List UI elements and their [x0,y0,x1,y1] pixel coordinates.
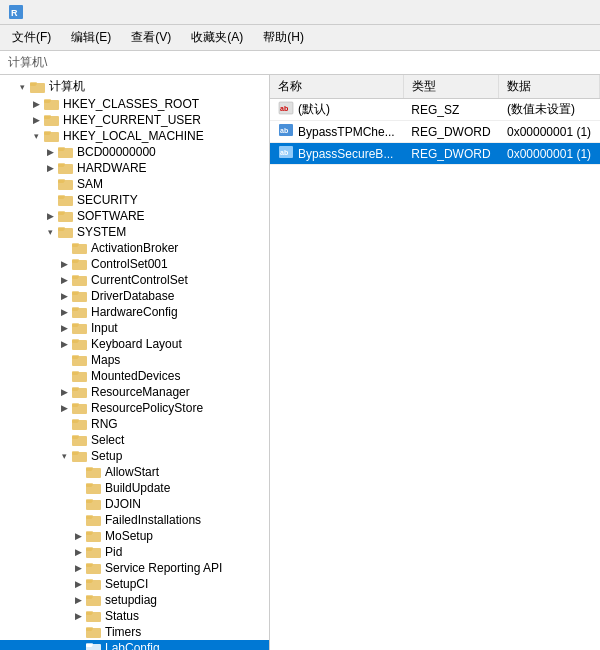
tree-node-pid[interactable]: ▶ Pid [0,544,269,560]
tree-node-setupci[interactable]: ▶ SetupCI [0,576,269,592]
tree-node-bcd[interactable]: ▶ BCD00000000 [0,144,269,160]
tree-node-allowstart[interactable]: AllowStart [0,464,269,480]
tree-label-sam: SAM [77,177,103,191]
reg-icon: ab [278,123,294,140]
folder-icon-buildupdate [86,481,102,495]
expander-resourcemanager[interactable]: ▶ [56,387,72,397]
tree-node-setup[interactable]: ▾ Setup [0,448,269,464]
tree-label-setup: Setup [91,449,122,463]
menu-item-帮助h[interactable]: 帮助(H) [259,27,308,48]
tree-node-hardwareconfig[interactable]: ▶ HardwareConfig [0,304,269,320]
tree-node-local-machine[interactable]: ▾ HKEY_LOCAL_MACHINE [0,128,269,144]
svg-rect-73 [72,451,79,454]
expander-computer[interactable]: ▾ [14,82,30,92]
tree-node-maps[interactable]: Maps [0,352,269,368]
tree-node-resourcepolicystore[interactable]: ▶ ResourcePolicyStore [0,400,269,416]
svg-rect-34 [72,243,79,246]
tree-node-driverdatabase[interactable]: ▶ DriverDatabase [0,288,269,304]
expander-resourcepolicystore[interactable]: ▶ [56,403,72,413]
svg-rect-13 [44,131,51,134]
tree-label-allowstart: AllowStart [105,465,159,479]
tree-node-system[interactable]: ▾ SYSTEM [0,224,269,240]
tree-label-classes-root: HKEY_CLASSES_ROOT [63,97,199,111]
folder-icon-timers [86,625,102,639]
expander-software[interactable]: ▶ [42,211,58,221]
folder-icon-bcd [58,145,74,159]
tree-node-select[interactable]: Select [0,432,269,448]
table-row[interactable]: ab BypassSecureB...REG_DWORD0x00000001 (… [270,143,600,165]
tree-node-rng[interactable]: RNG [0,416,269,432]
tree-node-currentcontrolset[interactable]: ▶ CurrentControlSet [0,272,269,288]
tree-node-service-reporting[interactable]: ▶ Service Reporting API [0,560,269,576]
tree-node-software[interactable]: ▶ SOFTWARE [0,208,269,224]
expander-setupdiag[interactable]: ▶ [70,595,86,605]
tree-node-sam[interactable]: SAM [0,176,269,192]
expander-driverdatabase[interactable]: ▶ [56,291,72,301]
table-row[interactable]: ab BypassTPMChe...REG_DWORD0x00000001 (1… [270,121,600,143]
tree-node-setupdiag[interactable]: ▶ setupdiag [0,592,269,608]
folder-icon-currentcontrolset [72,273,88,287]
svg-rect-64 [72,403,79,406]
tree-node-mosetup[interactable]: ▶ MoSetup [0,528,269,544]
tree-node-classes-root[interactable]: ▶ HKEY_CLASSES_ROOT [0,96,269,112]
svg-rect-82 [86,499,93,502]
expander-local-machine[interactable]: ▾ [28,131,44,141]
row-name-text-1: BypassTPMChe... [298,125,395,139]
menu-item-查看v[interactable]: 查看(V) [127,27,175,48]
tree-node-controlset001[interactable]: ▶ ControlSet001 [0,256,269,272]
tree-node-computer[interactable]: ▾ 计算机 [0,77,269,96]
tree-node-djoin[interactable]: DJOIN [0,496,269,512]
expander-mosetup[interactable]: ▶ [70,531,86,541]
folder-icon-security [58,193,74,207]
tree-node-status[interactable]: ▶ Status [0,608,269,624]
cell-data-0: (数值未设置) [499,99,600,121]
expander-hardware[interactable]: ▶ [42,163,58,173]
tree-label-mosetup: MoSetup [105,529,153,543]
expander-currentcontrolset[interactable]: ▶ [56,275,72,285]
expander-system[interactable]: ▾ [42,227,58,237]
menu-item-文件f[interactable]: 文件(F) [8,27,55,48]
tree-label-system: SYSTEM [77,225,126,239]
title-bar: R [0,0,600,25]
expander-classes-root[interactable]: ▶ [28,99,44,109]
expander-status[interactable]: ▶ [70,611,86,621]
expander-hardwareconfig[interactable]: ▶ [56,307,72,317]
expander-controlset001[interactable]: ▶ [56,259,72,269]
expander-input[interactable]: ▶ [56,323,72,333]
tree-node-buildupdate[interactable]: BuildUpdate [0,480,269,496]
tree-node-keyboard-layout[interactable]: ▶ Keyboard Layout [0,336,269,352]
menu-item-编辑e[interactable]: 编辑(E) [67,27,115,48]
tree-label-labconfig: LabConfig [105,641,160,650]
menu-item-收藏夹a[interactable]: 收藏夹(A) [187,27,247,48]
svg-rect-67 [72,419,79,422]
tree-node-current-user[interactable]: ▶ HKEY_CURRENT_USER [0,112,269,128]
tree-label-currentcontrolset: CurrentControlSet [91,273,188,287]
tree-node-input[interactable]: ▶ Input [0,320,269,336]
reg-icon: ab [278,145,294,162]
expander-setupci[interactable]: ▶ [70,579,86,589]
tree-node-resourcemanager[interactable]: ▶ ResourceManager [0,384,269,400]
tree-label-controlset001: ControlSet001 [91,257,168,271]
svg-rect-37 [72,259,79,262]
tree-node-timers[interactable]: Timers [0,624,269,640]
tree-label-resourcepolicystore: ResourcePolicyStore [91,401,203,415]
expander-keyboard-layout[interactable]: ▶ [56,339,72,349]
expander-current-user[interactable]: ▶ [28,115,44,125]
svg-rect-43 [72,291,79,294]
tree-node-failedinstallations[interactable]: FailedInstallations [0,512,269,528]
tree-node-labconfig[interactable]: LabConfig [0,640,269,650]
expander-setup[interactable]: ▾ [56,451,72,461]
tree-node-security[interactable]: SECURITY [0,192,269,208]
expander-service-reporting[interactable]: ▶ [70,563,86,573]
tree-panel[interactable]: ▾ 计算机▶ HKEY_CLASSES_ROOT▶ HKEY_CURRENT_U… [0,75,270,650]
tree-node-hardware[interactable]: ▶ HARDWARE [0,160,269,176]
tree-node-mounteddevices[interactable]: MountedDevices [0,368,269,384]
svg-text:R: R [11,8,18,18]
folder-icon-setupci [86,577,102,591]
svg-rect-100 [86,595,93,598]
tree-node-activationbroker[interactable]: ActivationBroker [0,240,269,256]
svg-rect-85 [86,515,93,518]
expander-bcd[interactable]: ▶ [42,147,58,157]
table-row[interactable]: ab (默认)REG_SZ(数值未设置) [270,99,600,121]
expander-pid[interactable]: ▶ [70,547,86,557]
